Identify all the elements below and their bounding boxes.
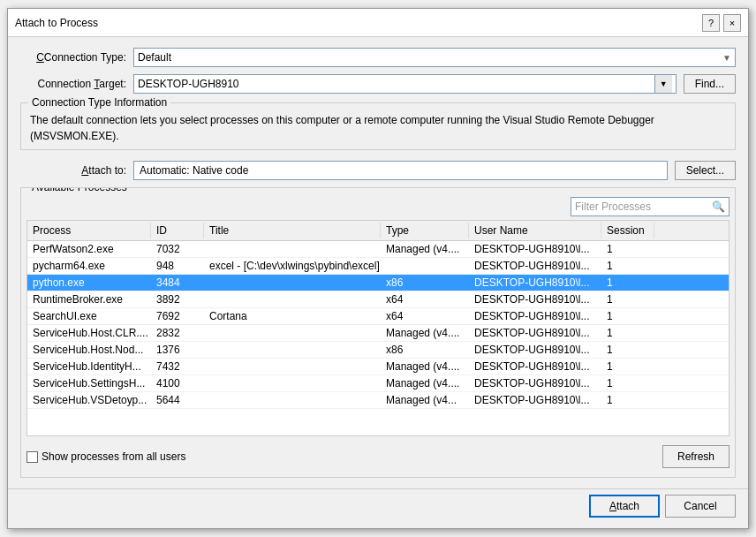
- help-button[interactable]: ?: [702, 14, 720, 32]
- table-row[interactable]: SearchUI.exe7692Cortanax64DESKTOP-UGH891…: [27, 308, 729, 325]
- table-cell: DESKTOP-UGH8910\l...: [469, 275, 601, 291]
- close-button[interactable]: ×: [723, 14, 741, 32]
- show-all-label: Show processes from all users: [42, 450, 185, 463]
- table-cell: 7032: [151, 241, 204, 257]
- dialog-title: Attach to Process: [15, 17, 98, 29]
- table-row[interactable]: python.exe3484x86DESKTOP-UGH8910\l...1: [27, 275, 729, 291]
- table-cell: python.exe: [27, 275, 151, 291]
- filter-placeholder: Filter Processes: [575, 200, 651, 213]
- attach-to-label: Attach to:: [20, 164, 126, 177]
- table-row[interactable]: pycharm64.exe948excel - [C:\dev\xlwings\…: [27, 258, 729, 275]
- title-bar: Attach to Process ? ×: [8, 9, 748, 37]
- cancel-button[interactable]: Cancel: [665, 495, 736, 518]
- title-buttons: ? ×: [702, 14, 741, 32]
- table-cell: DESKTOP-UGH8910\l...: [469, 342, 601, 358]
- table-cell: DESKTOP-UGH8910\l...: [469, 375, 601, 391]
- table-cell: x64: [381, 308, 469, 324]
- table-cell: Managed (v4...: [381, 392, 469, 408]
- col-id: ID: [151, 223, 204, 238]
- table-cell: x64: [381, 291, 469, 307]
- find-button[interactable]: Find...: [684, 74, 736, 94]
- table-cell: 1: [601, 342, 654, 358]
- filter-input[interactable]: Filter Processes 🔍: [571, 197, 730, 216]
- table-cell: 1: [601, 241, 654, 257]
- connection-type-label: CConnection Type:: [20, 51, 126, 64]
- table-cell: Managed (v4....: [381, 359, 469, 374]
- table-cell: SearchUI.exe: [27, 308, 151, 324]
- table-cell: 1: [601, 392, 654, 408]
- connection-info-legend: Connection Type Information: [28, 96, 170, 109]
- table-cell: DESKTOP-UGH8910\l...: [469, 258, 601, 274]
- process-table: Process ID Title Type User Name Session …: [26, 220, 730, 436]
- col-process: Process: [27, 223, 151, 238]
- col-type: Type: [381, 223, 469, 238]
- col-session: Session: [601, 223, 654, 238]
- table-cell: 2832: [151, 325, 204, 341]
- table-row[interactable]: ServiceHub.Host.CLR....2832Managed (v4..…: [27, 325, 729, 342]
- select-button[interactable]: Select...: [675, 161, 736, 180]
- show-all-checkbox[interactable]: [26, 451, 38, 463]
- table-cell: Cortana: [204, 308, 381, 324]
- table-cell: 948: [151, 258, 204, 274]
- table-cell: 5644: [151, 392, 204, 408]
- table-cell: 1: [601, 359, 654, 374]
- processes-inner: Filter Processes 🔍 Process ID Title Type…: [21, 188, 735, 477]
- table-cell: 1376: [151, 342, 204, 358]
- connection-target-value: DESKTOP-UGH8910: [138, 78, 654, 90]
- table-cell: 3892: [151, 291, 204, 307]
- table-cell: x86: [381, 342, 469, 358]
- table-header: Process ID Title Type User Name Session: [27, 221, 729, 241]
- table-cell: pycharm64.exe: [27, 258, 151, 274]
- table-cell: DESKTOP-UGH8910\l...: [469, 359, 601, 374]
- search-icon: 🔍: [712, 200, 725, 213]
- table-cell: DESKTOP-UGH8910\l...: [469, 392, 601, 408]
- attach-to-value: Automatic: Native code: [133, 161, 668, 180]
- table-cell: [204, 291, 381, 307]
- available-processes-group: Available Processes Filter Processes 🔍 P…: [20, 187, 736, 478]
- table-cell: ServiceHub.SettingsH...: [27, 375, 151, 391]
- dialog-footer: Attach Cancel: [8, 488, 748, 528]
- connection-type-dropdown[interactable]: Default ▼: [133, 48, 736, 67]
- table-row[interactable]: ServiceHub.Host.Nod...1376x86DESKTOP-UGH…: [27, 342, 729, 359]
- table-cell: PerfWatson2.exe: [27, 241, 151, 257]
- connection-target-combobox[interactable]: DESKTOP-UGH8910 ▼: [133, 74, 677, 94]
- bottom-row: Show processes from all users Refresh: [26, 440, 730, 472]
- refresh-button[interactable]: Refresh: [662, 445, 730, 468]
- table-cell: ServiceHub.Host.CLR....: [27, 325, 151, 341]
- attach-button[interactable]: Attach: [589, 495, 660, 518]
- combobox-arrow-icon[interactable]: ▼: [654, 75, 672, 93]
- table-cell: RuntimeBroker.exe: [27, 291, 151, 307]
- table-cell: 1: [601, 308, 654, 324]
- table-cell: Managed (v4....: [381, 241, 469, 257]
- table-row[interactable]: ServiceHub.SettingsH...4100Managed (v4..…: [27, 375, 729, 392]
- table-cell: DESKTOP-UGH8910\l...: [469, 325, 601, 341]
- table-cell: 1: [601, 275, 654, 291]
- col-title: Title: [204, 223, 381, 238]
- connection-info-group: Connection Type Information The default …: [20, 102, 736, 150]
- connection-type-row: CConnection Type: Default ▼: [20, 48, 736, 67]
- table-cell: [204, 359, 381, 374]
- table-cell: [204, 275, 381, 291]
- table-cell: [204, 241, 381, 257]
- table-cell: ServiceHub.VSDetoур...: [27, 392, 151, 408]
- table-cell: Managed (v4....: [381, 325, 469, 341]
- table-row[interactable]: PerfWatson2.exe7032Managed (v4....DESKTO…: [27, 241, 729, 258]
- table-cell: 7432: [151, 359, 204, 374]
- table-row[interactable]: ServiceHub.VSDetoур...5644Managed (v4...…: [27, 392, 729, 409]
- table-cell: [204, 375, 381, 391]
- table-row[interactable]: ServiceHub.IdentityH...7432Managed (v4..…: [27, 359, 729, 375]
- table-cell: DESKTOP-UGH8910\l...: [469, 241, 601, 257]
- table-cell: [204, 325, 381, 341]
- processes-legend: Available Processes: [28, 187, 131, 193]
- process-table-body: PerfWatson2.exe7032Managed (v4....DESKTO…: [27, 241, 729, 435]
- table-cell: x86: [381, 275, 469, 291]
- attach-to-process-dialog: Attach to Process ? × CConnection Type: …: [7, 8, 749, 529]
- dropdown-arrow-icon: ▼: [722, 53, 731, 63]
- table-cell: ServiceHub.IdentityH...: [27, 359, 151, 374]
- table-cell: 1: [601, 291, 654, 307]
- table-cell: 1: [601, 375, 654, 391]
- table-cell: 3484: [151, 275, 204, 291]
- connection-target-row: Connection Target: DESKTOP-UGH8910 ▼ Fin…: [20, 74, 736, 94]
- connection-type-value: Default: [138, 51, 171, 64]
- table-row[interactable]: RuntimeBroker.exe3892x64DESKTOP-UGH8910\…: [27, 291, 729, 308]
